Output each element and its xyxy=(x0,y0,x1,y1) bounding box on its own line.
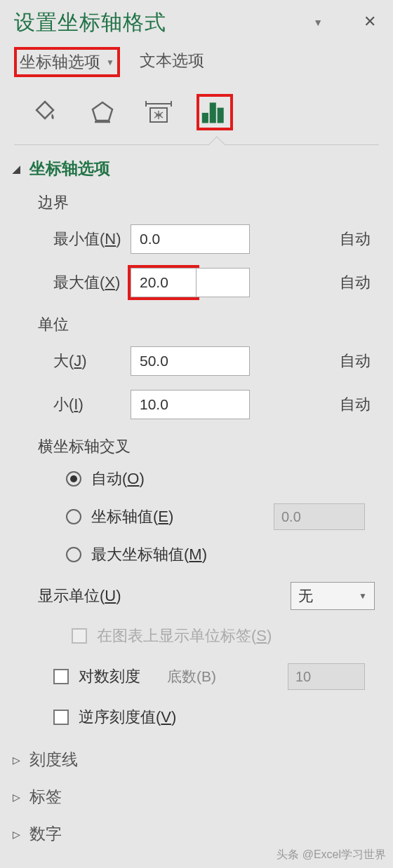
max-auto: 自动 xyxy=(340,272,379,293)
minor-auto: 自动 xyxy=(340,394,379,415)
min-auto: 自动 xyxy=(340,229,379,250)
bounds-label: 边界 xyxy=(38,182,379,217)
max-label: 最大值(X) xyxy=(38,272,122,293)
size-icon[interactable] xyxy=(140,94,177,130)
section-number[interactable]: ▷ 数字 xyxy=(13,820,379,848)
svg-rect-6 xyxy=(202,113,208,123)
major-auto: 自动 xyxy=(340,351,379,372)
fill-icon[interactable] xyxy=(28,94,65,130)
radio-auto[interactable]: 自动(O) xyxy=(38,461,379,496)
major-label: 大(J) xyxy=(38,351,122,372)
tab-axis-options-label: 坐标轴选项 xyxy=(20,51,100,73)
reverse-checkbox[interactable] xyxy=(53,710,69,725)
svg-marker-0 xyxy=(93,102,112,121)
radio-icon xyxy=(66,547,81,562)
svg-rect-7 xyxy=(210,102,216,123)
show-units-checkbox xyxy=(72,628,87,644)
chevron-down-icon: ▼ xyxy=(359,591,367,601)
panel-title: 设置坐标轴格式 xyxy=(14,8,379,37)
chevron-down-icon: ▼ xyxy=(106,57,114,67)
triangle-right-icon: ▷ xyxy=(13,829,24,840)
section-labels[interactable]: ▷ 标签 xyxy=(13,783,379,811)
base-label: 底数(B) xyxy=(167,667,216,686)
reverse-label: 逆序刻度值(V) xyxy=(79,707,176,728)
panel-dropdown-icon[interactable]: ▼ xyxy=(313,17,323,28)
max-input-rest[interactable] xyxy=(196,268,250,297)
max-input[interactable] xyxy=(131,268,196,297)
show-units-label: 在图表上显示单位标签(S) xyxy=(97,625,272,646)
units-label: 单位 xyxy=(38,304,379,339)
section-labels-label: 标签 xyxy=(29,786,62,808)
log-scale-checkbox[interactable] xyxy=(53,669,69,684)
display-units-value: 无 xyxy=(298,586,313,606)
cross-label: 横坐标轴交叉 xyxy=(38,426,379,461)
tab-text-options-label: 文本选项 xyxy=(140,50,204,72)
triangle-right-icon: ▷ xyxy=(13,792,24,803)
radio-icon xyxy=(66,509,81,524)
radio-icon xyxy=(66,471,81,487)
display-units-label: 显示单位(U) xyxy=(38,585,121,606)
tab-axis-options[interactable]: 坐标轴选项 ▼ xyxy=(14,47,120,77)
watermark: 头条 @Excel学习世界 xyxy=(277,848,386,862)
base-input: 10 xyxy=(288,663,365,690)
radio-max-value[interactable]: 最大坐标轴值(M) xyxy=(38,537,379,572)
major-input[interactable] xyxy=(131,346,250,376)
section-number-label: 数字 xyxy=(29,823,62,845)
triangle-down-icon: ◢ xyxy=(13,163,24,175)
display-units-select[interactable]: 无 ▼ xyxy=(291,582,375,610)
log-scale-label: 对数刻度 xyxy=(79,666,140,687)
axis-value-input: 0.0 xyxy=(274,503,365,530)
section-axis-options-label: 坐标轴选项 xyxy=(29,158,110,179)
triangle-right-icon: ▷ xyxy=(13,754,24,766)
tab-text-options[interactable]: 文本选项 xyxy=(134,47,210,74)
minor-input[interactable] xyxy=(131,390,250,419)
section-axis-options[interactable]: ◢ 坐标轴选项 xyxy=(13,155,379,182)
section-ticks-label: 刻度线 xyxy=(29,749,78,771)
section-ticks[interactable]: ▷ 刻度线 xyxy=(13,746,379,773)
min-label: 最小值(N) xyxy=(38,229,122,250)
close-icon[interactable]: ✕ xyxy=(364,13,376,31)
radio-axis-value[interactable]: 坐标轴值(E) 0.0 xyxy=(38,496,379,537)
svg-rect-8 xyxy=(218,108,224,123)
min-input[interactable] xyxy=(131,224,250,254)
minor-label: 小(I) xyxy=(38,394,122,415)
effects-icon[interactable] xyxy=(84,94,121,130)
chart-icon[interactable] xyxy=(196,94,233,130)
